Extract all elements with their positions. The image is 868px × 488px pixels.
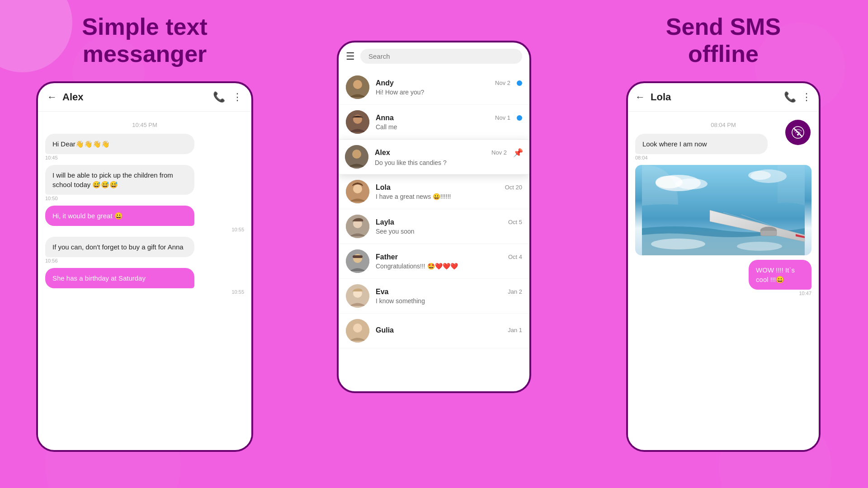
contact-item-andy[interactable]: Andy Nov 2 Hi! How are you? bbox=[339, 70, 529, 105]
avatar-father bbox=[346, 249, 369, 273]
contact-date-anna: Nov 1 bbox=[495, 114, 510, 121]
bubble-birthday: She has a birthday at Saturday bbox=[45, 268, 194, 288]
time-label-right: 08:04 PM bbox=[635, 122, 811, 128]
msg-pick-up: I will be able to pick up the children f… bbox=[45, 165, 244, 201]
contact-item-alex[interactable]: Alex Nov 2 📌 Do you like this candies ? bbox=[338, 140, 530, 174]
contact-info-gulia: Gulia Jan 1 bbox=[376, 326, 522, 336]
contact-info-father: Father Oct 4 Congratulations!!! 🤩❤️❤️❤️ bbox=[376, 253, 522, 270]
action-icons-left: 📞 ⋮ bbox=[213, 91, 242, 103]
left-heading-line2: messanger bbox=[83, 41, 207, 67]
more-icon-left[interactable]: ⋮ bbox=[232, 91, 242, 103]
contact-pin-alex: 📌 bbox=[513, 148, 523, 158]
ts-1045: 10:45 bbox=[45, 155, 244, 160]
contact-info-eva: Eva Jan 2 I know something bbox=[376, 288, 522, 305]
contact-item-layla[interactable]: Layla Oct 5 See you soon bbox=[339, 209, 529, 244]
phone-icon-left[interactable]: 📞 bbox=[213, 91, 225, 103]
contact-item-lola[interactable]: Lola Oct 20 I have a great news 😀!!!!!! bbox=[339, 174, 529, 209]
chat-header-right: ← Lola 📞 ⋮ bbox=[628, 83, 819, 112]
avatar-gulia bbox=[346, 319, 369, 343]
contact-preview-andy: Hi! How are you? bbox=[376, 89, 522, 96]
contact-info-andy: Andy Nov 2 Hi! How are you? bbox=[376, 79, 522, 96]
avatar-lola bbox=[346, 180, 369, 203]
contact-item-gulia[interactable]: Gulia Jan 1 bbox=[339, 314, 529, 348]
contact-preview-eva: I know something bbox=[376, 297, 522, 305]
contact-badge-andy bbox=[517, 80, 522, 86]
more-icon-right[interactable]: ⋮ bbox=[802, 91, 811, 103]
contact-item-eva[interactable]: Eva Jan 2 I know something bbox=[339, 279, 529, 314]
ts-0804: 08:04 bbox=[635, 155, 811, 160]
svg-rect-29 bbox=[760, 230, 777, 236]
msg-hi-dear: Hi Dear👋👋👋👋 10:45 bbox=[45, 134, 244, 160]
contact-date-gulia: Jan 1 bbox=[508, 327, 522, 333]
svg-point-16 bbox=[353, 324, 362, 333]
msg-gift: If you can, don't forget to buy a gift f… bbox=[45, 237, 244, 263]
phone-icon-right[interactable]: 📞 bbox=[784, 91, 796, 103]
contact-name-gulia: Gulia bbox=[376, 326, 394, 334]
contact-date-andy: Nov 2 bbox=[495, 80, 510, 86]
contact-preview-layla: See you soon bbox=[376, 228, 522, 235]
contact-name-father: Father bbox=[376, 253, 398, 261]
bubble-gift: If you can, don't forget to buy a gift f… bbox=[45, 237, 194, 257]
avatar-anna bbox=[346, 110, 369, 134]
left-contact-name: Alex bbox=[62, 91, 208, 103]
right-heading: Send SMS offline bbox=[666, 14, 781, 68]
contact-date-layla: Oct 5 bbox=[508, 219, 522, 225]
contact-date-alex: Nov 2 bbox=[491, 149, 507, 156]
chat-header-left: ← Alex 📞 ⋮ bbox=[38, 83, 251, 112]
contact-preview-anna: Call me bbox=[376, 123, 522, 131]
svg-point-5 bbox=[352, 150, 361, 159]
msg-look: Look where I am now 08:04 bbox=[635, 134, 811, 160]
contact-name-andy: Andy bbox=[376, 79, 394, 87]
back-icon-right[interactable]: ← bbox=[635, 91, 645, 103]
right-heading-line1: Send SMS bbox=[666, 14, 781, 40]
contact-date-lola: Oct 20 bbox=[505, 184, 522, 191]
contact-name-layla: Layla bbox=[376, 218, 394, 226]
contact-list: Andy Nov 2 Hi! How are you? bbox=[339, 70, 529, 348]
svg-point-25 bbox=[748, 171, 771, 180]
contact-info-lola: Lola Oct 20 I have a great news 😀!!!!!! bbox=[376, 183, 522, 200]
no-wifi-button[interactable] bbox=[785, 120, 811, 145]
contact-preview-alex: Do you like this candies ? bbox=[375, 159, 523, 166]
contact-info-layla: Layla Oct 5 See you soon bbox=[376, 218, 522, 235]
time-label-1045: 10:45 PM bbox=[45, 122, 244, 128]
bubble-look: Look where I am now bbox=[635, 134, 768, 154]
search-input[interactable] bbox=[360, 49, 522, 64]
svg-point-27 bbox=[737, 242, 782, 251]
right-heading-line2: offline bbox=[688, 41, 759, 67]
chat-body-left: 10:45 PM Hi Dear👋👋👋👋 10:45 I will be abl… bbox=[38, 112, 251, 446]
contact-name-lola: Lola bbox=[376, 183, 391, 192]
contact-badge-anna bbox=[517, 115, 522, 121]
svg-point-7 bbox=[353, 184, 362, 193]
ts-1056: 10:56 bbox=[45, 258, 244, 263]
contact-preview-father: Congratulations!!! 🤩❤️❤️❤️ bbox=[376, 263, 522, 270]
avatar-andy bbox=[346, 75, 369, 99]
contact-preview-lola: I have a great news 😀!!!!!! bbox=[376, 193, 522, 200]
left-panel: Simple text messanger ← Alex 📞 ⋮ 10:45 P… bbox=[0, 0, 289, 488]
avatar-alex bbox=[345, 145, 368, 169]
svg-point-19 bbox=[797, 134, 799, 136]
right-contact-name: Lola bbox=[651, 91, 778, 103]
contact-date-eva: Jan 2 bbox=[508, 288, 522, 295]
contact-info-alex: Alex Nov 2 📌 Do you like this candies ? bbox=[375, 148, 523, 166]
svg-rect-12 bbox=[353, 255, 363, 258]
svg-point-23 bbox=[676, 178, 708, 189]
bubble-great: Hi, it would be great 😀 bbox=[45, 206, 194, 226]
contact-name-anna: Anna bbox=[376, 114, 394, 122]
center-panel: ☰ Andy Nov 2 bbox=[289, 0, 579, 488]
contact-item-father[interactable]: Father Oct 4 Congratulations!!! 🤩❤️❤️❤️ bbox=[339, 244, 529, 279]
left-phone-frame: ← Alex 📞 ⋮ 10:45 PM Hi Dear👋👋👋👋 10:45 I … bbox=[36, 81, 253, 452]
back-icon-left[interactable]: ← bbox=[47, 91, 57, 103]
hamburger-icon[interactable]: ☰ bbox=[346, 51, 355, 62]
contact-item-anna[interactable]: Anna Nov 1 Call me bbox=[339, 105, 529, 140]
ts-1055b: 10:55 bbox=[45, 289, 244, 295]
left-heading-line1: Simple text bbox=[82, 14, 207, 40]
bubble-wow: WOW !!!! It`s cool !!!😀 bbox=[749, 260, 811, 290]
airplane-image bbox=[635, 165, 811, 255]
contact-info-anna: Anna Nov 1 Call me bbox=[376, 114, 522, 131]
bubble-pick-up: I will be able to pick up the children f… bbox=[45, 165, 194, 195]
right-phone-frame: ← Lola 📞 ⋮ 08:04 PM Look where I am now bbox=[626, 81, 821, 452]
chat-list-header: ☰ bbox=[339, 42, 529, 70]
msg-birthday: She has a birthday at Saturday 10:55 bbox=[45, 268, 244, 295]
msg-great: Hi, it would be great 😀 10:55 bbox=[45, 206, 244, 232]
left-heading: Simple text messanger bbox=[82, 14, 207, 68]
